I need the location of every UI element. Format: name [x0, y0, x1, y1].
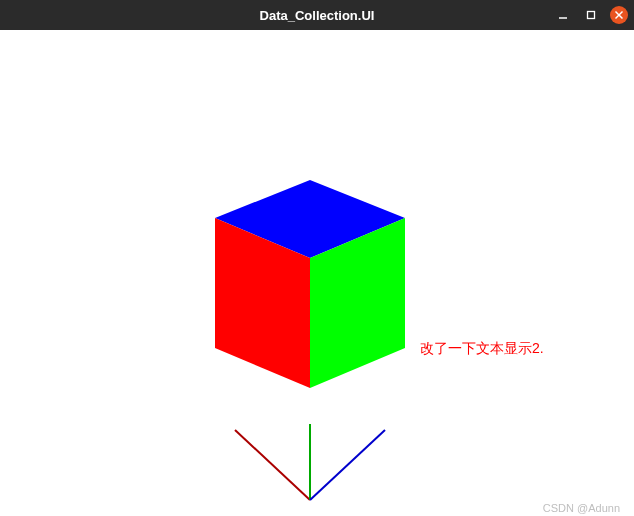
window-controls	[554, 0, 628, 30]
maximize-icon	[585, 9, 597, 21]
minimize-button[interactable]	[554, 6, 572, 24]
axis-z	[310, 430, 385, 500]
window-title: Data_Collection.UI	[260, 8, 375, 23]
maximize-button[interactable]	[582, 6, 600, 24]
watermark-text: CSDN @Adunn	[543, 502, 620, 514]
svg-rect-1	[588, 12, 595, 19]
close-button[interactable]	[610, 6, 628, 24]
minimize-icon	[557, 9, 569, 21]
axis-gizmo	[225, 422, 395, 506]
close-icon	[614, 10, 624, 20]
annotation-text: 改了一下文本显示2.	[420, 340, 544, 358]
axis-x	[235, 430, 310, 500]
viewport-3d[interactable]: 改了一下文本显示2. CSDN @Adunn	[0, 30, 634, 516]
cube-object	[210, 180, 410, 394]
window-titlebar: Data_Collection.UI	[0, 0, 634, 30]
cube-icon	[210, 180, 410, 390]
axis-icon	[225, 422, 395, 502]
